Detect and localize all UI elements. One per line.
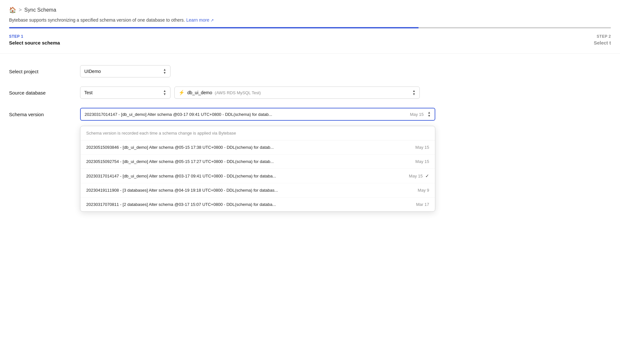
db-select-content: ⚡ db_ui_demo (AWS RDS MySQL Test) [179, 90, 410, 96]
db-select[interactable]: ⚡ db_ui_demo (AWS RDS MySQL Test) ▲▼ [174, 86, 420, 99]
breadcrumb: 🏠 > Sync Schema [0, 0, 620, 16]
dropdown-item-text-3: 20230419111908 - [3 databases] Alter sch… [86, 188, 413, 193]
version-select-arrows: ▲▼ [428, 111, 431, 117]
select-project-row: Select project UIDemo ▲▼ [9, 65, 611, 77]
env-select[interactable]: Test ▲▼ [80, 86, 170, 99]
step-1-label: STEP 1 [9, 34, 60, 39]
dropdown-item-0[interactable]: 20230515093846 - [db_ui_demo] Alter sche… [80, 140, 435, 155]
dropdown-item-4[interactable]: 20230317070811 - [2 databases] Alter sch… [80, 197, 435, 211]
dropdown-item-3[interactable]: 20230419111908 - [3 databases] Alter sch… [80, 183, 435, 197]
select-project-controls: UIDemo ▲▼ [80, 65, 611, 77]
source-database-row: Source database Test ▲▼ ⚡ db_ui_demo (AW… [9, 86, 611, 99]
db-sub: (AWS RDS MySQL Test) [215, 90, 261, 95]
checkmark-icon-2: ✓ [425, 173, 429, 178]
breadcrumb-current: Sync Schema [24, 7, 56, 13]
progress-bar-container [0, 27, 620, 28]
step-1-block: STEP 1 Select source schema [9, 34, 60, 46]
schema-version-controls: 20230317014147 - [db_ui_demo] Alter sche… [80, 108, 435, 121]
dropdown-item-text-1: 20230515092754 - [db_ui_demo] Alter sche… [86, 159, 410, 164]
version-value: 20230317014147 - [db_ui_demo] Alter sche… [85, 112, 424, 117]
progress-bar-track [9, 27, 611, 28]
dropdown-item-text-4: 20230317070811 - [2 databases] Alter sch… [86, 202, 411, 207]
dropdown-item-text-0: 20230515093846 - [db_ui_demo] Alter sche… [86, 145, 410, 150]
version-text: 20230317014147 - [db_ui_demo] Alter sche… [85, 112, 405, 117]
db-icon: ⚡ [179, 90, 185, 96]
progress-bar-filled [9, 27, 418, 28]
db-name: db_ui_demo [187, 90, 212, 95]
dropdown-item-date-0: May 15 [415, 145, 429, 150]
project-select-arrows: ▲▼ [163, 68, 166, 75]
select-project-label: Select project [9, 69, 80, 74]
step-2-block: STEP 2 Select t [594, 34, 611, 46]
form-area: Select project UIDemo ▲▼ Source database… [0, 54, 620, 212]
dropdown-hint: Schema version is recorded each time a s… [80, 126, 435, 140]
subtitle-text: Bytebase supports synchronizing a specif… [9, 17, 185, 23]
project-value: UIDemo [84, 69, 101, 74]
source-database-label: Source database [9, 90, 80, 96]
step-1-title: Select source schema [9, 40, 60, 46]
schema-version-row: Schema version 20230317014147 - [db_ui_d… [9, 108, 611, 121]
env-value: Test [84, 90, 93, 95]
dropdown-item-date-2: May 15 [409, 174, 423, 178]
dropdown-item-date-3: May 9 [418, 188, 429, 193]
source-database-controls: Test ▲▼ ⚡ db_ui_demo (AWS RDS MySQL Test… [80, 86, 611, 99]
external-link-icon: ↗ [211, 18, 214, 23]
step-2-title: Select t [594, 40, 611, 46]
step-2-label: STEP 2 [594, 34, 611, 39]
dropdown-item-date-1: May 15 [415, 159, 429, 164]
dropdown-item-2[interactable]: 20230317014147 - [db_ui_demo] Alter sche… [80, 169, 435, 183]
learn-more-link[interactable]: Learn more ↗ [186, 17, 214, 23]
progress-bar-empty [418, 27, 611, 28]
schema-version-label: Schema version [9, 112, 80, 117]
page: 🏠 > Sync Schema Bytebase supports synchr… [0, 0, 620, 364]
project-select[interactable]: UIDemo ▲▼ [80, 65, 170, 77]
dropdown-item-date-4: Mar 17 [416, 202, 429, 207]
breadcrumb-separator: > [19, 7, 22, 13]
version-date: May 15 [410, 112, 424, 117]
page-subtitle: Bytebase supports synchronizing a specif… [0, 16, 620, 27]
version-dropdown-panel: Schema version is recorded each time a s… [80, 126, 435, 212]
home-icon[interactable]: 🏠 [9, 6, 16, 14]
db-select-arrows: ▲▼ [412, 89, 416, 96]
dropdown-item-text-2: 20230317014147 - [db_ui_demo] Alter sche… [86, 174, 404, 178]
version-select[interactable]: 20230317014147 - [db_ui_demo] Alter sche… [80, 108, 435, 121]
env-select-arrows: ▲▼ [163, 89, 166, 96]
steps-header: STEP 1 Select source schema STEP 2 Selec… [0, 28, 620, 54]
dropdown-item-1[interactable]: 20230515092754 - [db_ui_demo] Alter sche… [80, 155, 435, 169]
